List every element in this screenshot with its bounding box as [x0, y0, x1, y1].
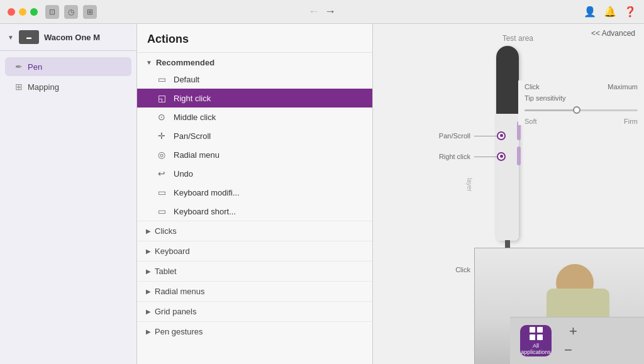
account-icon[interactable]: 👤: [584, 6, 596, 18]
clicks-chevron-icon: ▶: [146, 228, 151, 234]
device-icon: ▬: [19, 30, 39, 44]
pen-icon: ✒: [15, 62, 23, 72]
action-label-radial-menu: Radial menu: [174, 150, 219, 160]
section-grid-panels[interactable]: ▶ Grid panels: [137, 301, 372, 321]
minimize-button[interactable]: [19, 8, 26, 16]
undo-icon: ↩: [156, 168, 167, 179]
clicks-label: Clicks: [155, 226, 177, 236]
radial-menus-label: Radial menus: [155, 287, 205, 296]
section-tablet[interactable]: ▶ Tablet: [137, 261, 372, 281]
grid-cell-4: [537, 334, 543, 340]
traffic-lights: [8, 8, 38, 16]
recommended-label: Recommended: [156, 58, 214, 67]
action-label-middle-click: Middle click: [174, 113, 216, 122]
close-button[interactable]: [8, 8, 15, 16]
section-clicks[interactable]: ▶ Clicks: [137, 221, 372, 241]
action-label-right-click: Right click: [174, 94, 211, 103]
section-radial-menus[interactable]: ▶ Radial menus: [137, 281, 372, 301]
sensitivity-slider[interactable]: [518, 103, 644, 118]
right-panel: << Advanced Test area Pan/Scroll: [373, 24, 644, 364]
keyboard-short-icon: ▭: [156, 206, 167, 216]
action-item-radial-menu[interactable]: ◎ Radial menu: [137, 145, 372, 164]
all-applications-label: All applications: [520, 343, 552, 355]
add-app-button[interactable]: +: [569, 323, 577, 339]
keyboard-modifi-icon: ▭: [156, 187, 167, 197]
action-label-keyboard-short: Keyboard short...: [174, 207, 236, 216]
add-remove-buttons: + −: [564, 323, 577, 358]
keyboard-chevron-icon: ▶: [146, 248, 151, 255]
panel-header: Actions: [137, 24, 372, 53]
action-label-default: Default: [174, 75, 199, 84]
right-click-line-label: Right click: [423, 153, 470, 160]
app-grid-icon: [530, 327, 543, 340]
action-item-pan-scroll[interactable]: ✛ Pan/Scroll: [137, 126, 372, 145]
grid-panels-chevron-icon: ▶: [146, 308, 151, 315]
action-label-undo: Undo: [174, 169, 193, 179]
action-item-keyboard-modifi[interactable]: ▭ Keyboard modifi...: [137, 183, 372, 202]
default-icon: ▭: [156, 74, 167, 84]
record-icon[interactable]: ◷: [64, 5, 78, 19]
tip-sensitivity-title: Tip sensitivity: [518, 93, 644, 103]
right-click-thumb[interactable]: [497, 152, 506, 161]
action-item-keyboard-short[interactable]: ▭ Keyboard short...: [137, 202, 372, 221]
back-button[interactable]: ←: [308, 5, 319, 18]
pen-display-area: Pan/Scroll Right click: [373, 43, 644, 364]
maximize-button[interactable]: [30, 8, 38, 16]
recommended-section-header[interactable]: ▼ Recommended: [137, 53, 372, 70]
sensitivity-bottom-labels: Soft Firm: [518, 118, 644, 125]
all-applications-icon[interactable]: All applications: [520, 325, 552, 356]
titlebar-icons: ⊡ ◷ ⊞: [45, 5, 97, 19]
sensitivity-range-labels: Click Maximum: [518, 80, 644, 93]
section-keyboard[interactable]: ▶ Keyboard: [137, 241, 372, 261]
tablet-chevron-icon: ▶: [146, 268, 151, 275]
pan-scroll-line-label: Pan/Scroll: [423, 132, 470, 140]
pan-scroll-thumb[interactable]: [497, 131, 506, 140]
grid-panels-label: Grid panels: [155, 307, 196, 316]
tablet-label: Tablet: [155, 267, 177, 276]
device-chevron-icon: ▼: [8, 34, 14, 41]
window-icon[interactable]: ⊡: [45, 5, 59, 19]
sensitivity-thumb[interactable]: [573, 106, 580, 114]
titlebar-right: 👤 🔔 ❓: [584, 6, 636, 18]
middle-click-icon: ⊙: [156, 112, 167, 122]
right-click-icon: ◱: [156, 93, 167, 103]
device-name: Wacom One M: [44, 33, 100, 42]
pan-scroll-line: Pan/Scroll: [423, 132, 506, 140]
remove-app-button[interactable]: −: [564, 342, 577, 358]
apps-icon[interactable]: ⊞: [83, 5, 97, 19]
keyboard-label: Keyboard: [155, 246, 190, 256]
app-container: ▼ ▬ Wacom One M ✒ Pen ⊞ Mapping Actions …: [0, 24, 644, 364]
notification-icon[interactable]: 🔔: [604, 6, 616, 18]
forward-button[interactable]: →: [325, 5, 336, 18]
sidebar-item-mapping[interactable]: ⊞ Mapping: [5, 77, 131, 96]
grid-cell-2: [537, 327, 543, 333]
panel-title: Actions: [147, 33, 189, 45]
actions-list: ▼ Recommended ▭ Default ◱ Right click ⊙ …: [137, 53, 372, 364]
recommended-chevron-icon: ▼: [146, 59, 152, 66]
help-icon[interactable]: ❓: [624, 6, 636, 18]
sidebar-item-pen[interactable]: ✒ Pen: [5, 57, 131, 76]
device-selector[interactable]: ▼ ▬ Wacom One M: [0, 24, 136, 51]
action-item-default[interactable]: ▭ Default: [137, 70, 372, 89]
radial-menus-chevron-icon: ▶: [146, 288, 151, 295]
sensitivity-click-label: Click: [525, 83, 540, 91]
action-item-undo[interactable]: ↩ Undo: [137, 164, 372, 183]
grid-cell-3: [530, 334, 535, 340]
sidebar: ▼ ▬ Wacom One M ✒ Pen ⊞ Mapping: [0, 24, 137, 364]
pan-scroll-track: [474, 136, 506, 136]
mapping-icon: ⊞: [15, 82, 23, 92]
sidebar-nav: ✒ Pen ⊞ Mapping: [0, 51, 136, 102]
firm-label: Firm: [624, 118, 638, 125]
bottom-bar: All applications + −: [510, 317, 644, 364]
soft-label: Soft: [525, 118, 537, 125]
action-item-middle-click[interactable]: ⊙ Middle click: [137, 108, 372, 126]
sensitivity-track: [525, 109, 638, 111]
action-item-right-click[interactable]: ◱ Right click: [137, 89, 372, 108]
section-pen-gestures[interactable]: ▶ Pen gestures: [137, 321, 372, 341]
pen-gestures-label: Pen gestures: [155, 327, 203, 336]
pan-scroll-icon: ✛: [156, 131, 167, 141]
layer-badge: layer: [466, 178, 473, 192]
grid-cell-1: [530, 327, 535, 333]
advanced-link[interactable]: << Advanced: [591, 29, 635, 38]
action-label-keyboard-modifi: Keyboard modifi...: [174, 188, 240, 197]
